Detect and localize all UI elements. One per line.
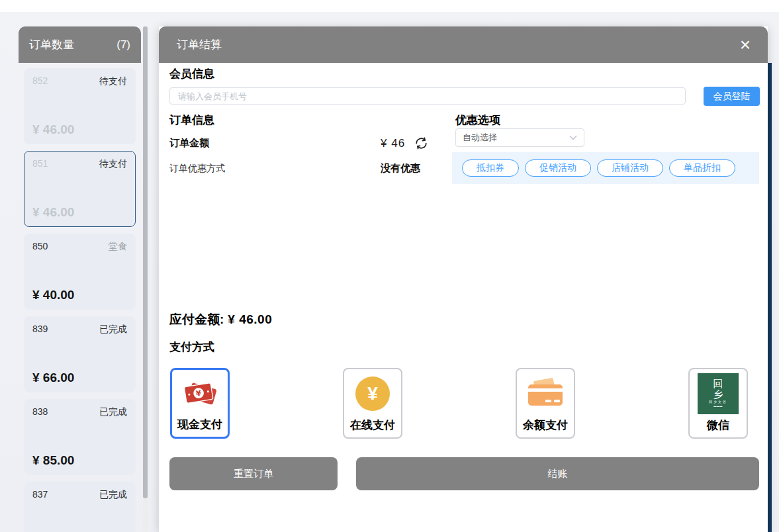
order-status: 待支付 [99, 75, 127, 87]
pay-method-label: 在线支付 [350, 418, 395, 433]
order-amount: ¥ 46.00 [32, 205, 127, 220]
pay-method-online[interactable]: ¥ 在线支付 [343, 368, 402, 439]
sidebar-scrollbar[interactable] [143, 26, 148, 532]
member-login-button[interactable]: 会员登陆 [704, 87, 760, 106]
order-count-header: 订单数量 (7) [19, 26, 141, 63]
pay-method-cash[interactable]: ¥ 现金支付 [170, 368, 230, 439]
voucher-button[interactable]: 抵扣券 [462, 159, 519, 177]
member-info-heading: 会员信息 [169, 66, 214, 81]
pay-method-wechat[interactable]: 回 乡 回乡文谷 ▬▬▬ 微信 [688, 368, 748, 439]
order-status: 已完成 [99, 489, 127, 501]
order-amount: ¥ 66.00 [32, 371, 127, 385]
order-amount: ¥ 85.00 [32, 453, 127, 468]
order-card-838[interactable]: 838 已完成 ¥ 85.00 [24, 399, 136, 475]
reset-order-button[interactable]: 重置订单 [169, 457, 338, 490]
store-activity-button[interactable]: 店铺活动 [597, 159, 663, 177]
bank-card-icon [517, 369, 574, 418]
payment-method-heading: 支付方式 [169, 339, 214, 355]
discount-mode-select[interactable]: 自动选择 [455, 128, 584, 147]
order-status: 已完成 [99, 324, 127, 335]
logo-char: 回 [713, 378, 723, 388]
dialog-title: 订单结算 [159, 37, 222, 52]
order-count-title: 订单数量 [29, 37, 74, 52]
order-amount-value: ¥ 46 [381, 137, 405, 150]
yuan-glyph: ¥ [367, 383, 378, 404]
order-amount: ¥ 46.00 [32, 122, 127, 137]
pay-method-balance[interactable]: 余额支付 [516, 368, 575, 439]
payable-label: 应付金额: [169, 312, 224, 326]
order-card-850[interactable]: 850 堂食 ¥ 40.00 [24, 234, 136, 310]
huixiang-logo-icon: 回 乡 回乡文谷 ▬▬▬ [690, 369, 747, 418]
discount-mode-value: 自动选择 [463, 132, 497, 144]
member-phone-input[interactable] [169, 87, 686, 105]
payable-value: ¥ 46.00 [228, 312, 272, 326]
payable-amount-row: 应付金额:¥ 46.00 [169, 311, 272, 328]
refresh-icon[interactable] [414, 136, 428, 150]
order-id: 839 [32, 324, 48, 335]
order-discount-row: 订单优惠方式 没有优惠 [169, 162, 420, 175]
order-sidebar: 订单数量 (7) 852 待支付 ¥ 46.00 851 待支付 ¥ 46.00… [19, 26, 141, 532]
order-card-852[interactable]: 852 待支付 ¥ 46.00 [24, 68, 136, 144]
pay-method-label: 现金支付 [177, 417, 222, 432]
order-amount-label: 订单金额 [169, 137, 381, 150]
discount-buttons-strip: 抵扣券 促销活动 店铺活动 单品折扣 [452, 152, 759, 184]
order-amount-row: 订单金额 ¥ 46 [169, 136, 428, 150]
order-list: 852 待支付 ¥ 46.00 851 待支付 ¥ 46.00 850 堂食 ¥… [19, 63, 141, 532]
chevron-down-icon [569, 135, 577, 140]
pay-method-label: 余额支付 [523, 418, 568, 433]
order-id: 838 [32, 406, 48, 418]
order-status: 已完成 [99, 406, 127, 418]
cash-bills-icon: ¥ [172, 370, 228, 417]
order-count-badge: (7) [116, 38, 130, 52]
order-id: 837 [32, 489, 48, 501]
order-id: 850 [32, 241, 48, 253]
order-card-851[interactable]: 851 待支付 ¥ 46.00 [24, 151, 136, 227]
order-status: 堂食 [109, 241, 127, 253]
order-card-839[interactable]: 839 已完成 ¥ 66.00 [24, 316, 136, 392]
order-discount-value: 没有优惠 [381, 162, 420, 175]
background-panel-edge [768, 63, 772, 532]
yuan-coin-icon: ¥ [344, 369, 401, 418]
scrollbar-thumb[interactable] [143, 26, 148, 498]
payment-method-row: ¥ 现金支付 ¥ 在线支付 [170, 368, 748, 439]
order-settlement-dialog: 订单结算 × 会员信息 会员登陆 订单信息 订单金额 ¥ 46 订单优惠方式 没… [159, 26, 768, 532]
order-id: 851 [32, 158, 48, 170]
order-discount-label: 订单优惠方式 [169, 163, 381, 175]
order-card-837[interactable]: 837 已完成 [24, 482, 136, 532]
order-status: 待支付 [99, 158, 127, 170]
pay-method-label: 微信 [707, 418, 729, 433]
order-info-heading: 订单信息 [169, 112, 214, 128]
order-id: 852 [32, 75, 48, 87]
item-discount-button[interactable]: 单品折扣 [669, 159, 735, 177]
dialog-header: 订单结算 × [159, 26, 768, 63]
order-amount: ¥ 40.00 [32, 288, 127, 302]
logo-small-text: 回乡文谷 [709, 400, 727, 404]
discount-options-heading: 优惠选项 [455, 112, 500, 128]
logo-char: 乡 [713, 389, 723, 399]
promotion-button[interactable]: 促销活动 [525, 159, 591, 177]
close-icon[interactable]: × [740, 36, 751, 54]
checkout-button[interactable]: 结账 [356, 457, 759, 490]
